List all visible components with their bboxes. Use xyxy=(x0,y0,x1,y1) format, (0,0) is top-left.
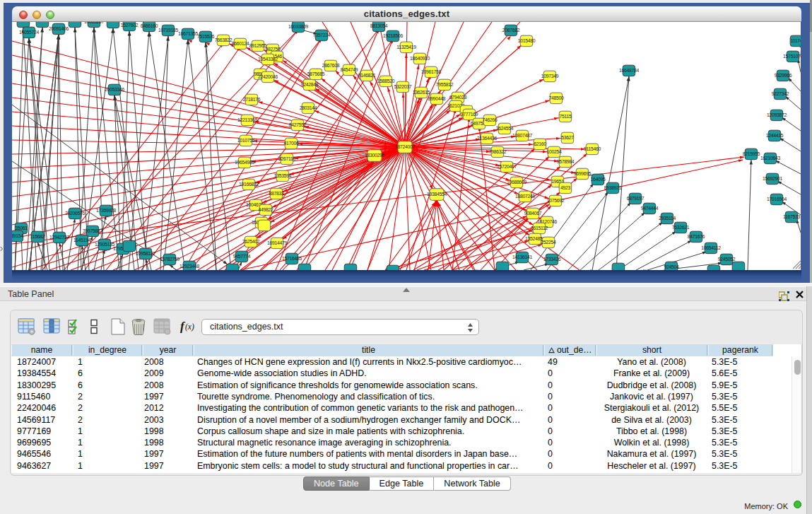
svg-text:9227342: 9227342 xyxy=(772,91,789,96)
svg-text:9329966: 9329966 xyxy=(775,73,792,78)
svg-text:10688609: 10688609 xyxy=(507,180,526,185)
svg-text:9084067: 9084067 xyxy=(524,211,542,216)
svg-text:2718176: 2718176 xyxy=(243,97,261,102)
svg-text:35061: 35061 xyxy=(15,226,28,230)
svg-text:12923448: 12923448 xyxy=(180,264,199,269)
svg-text:7663822: 7663822 xyxy=(215,37,233,42)
svg-text:16033809: 16033809 xyxy=(288,24,308,29)
svg-text:19654985: 19654985 xyxy=(235,160,254,165)
svg-text:2867608: 2867608 xyxy=(322,63,340,68)
svg-text:14055724: 14055724 xyxy=(19,30,39,35)
svg-text:15716485: 15716485 xyxy=(282,256,302,261)
svg-text:8660124: 8660124 xyxy=(232,41,249,46)
svg-text:7986322: 7986322 xyxy=(489,149,507,154)
svg-text:20206576: 20206576 xyxy=(65,211,85,216)
svg-text:15720407: 15720407 xyxy=(497,164,517,169)
svg-text:15692901: 15692901 xyxy=(763,176,782,181)
svg-text:1527602: 1527602 xyxy=(121,23,139,28)
svg-text:39975887: 39975887 xyxy=(83,228,102,233)
svg-text:9474444: 9474444 xyxy=(641,206,659,211)
svg-text:1015480: 1015480 xyxy=(518,38,536,43)
svg-text:9115460: 9115460 xyxy=(584,146,601,151)
svg-text:39154: 39154 xyxy=(12,233,23,238)
svg-text:9146821: 9146821 xyxy=(358,73,376,78)
svg-text:10961758: 10961758 xyxy=(421,69,441,74)
svg-text:1588520: 1588520 xyxy=(377,78,395,83)
svg-text:16671355: 16671355 xyxy=(178,31,198,36)
svg-text:20053346: 20053346 xyxy=(105,87,124,92)
svg-text:1244415: 1244415 xyxy=(766,133,784,138)
svg-text:19218506: 19218506 xyxy=(383,33,403,38)
svg-text:115682: 115682 xyxy=(30,234,45,239)
svg-text:9457774: 9457774 xyxy=(233,254,251,259)
svg-text:7625402: 7625402 xyxy=(242,239,260,244)
svg-text:14136141: 14136141 xyxy=(512,255,532,259)
svg-text:53627: 53627 xyxy=(561,135,574,140)
svg-text:11325419: 11325419 xyxy=(396,45,416,49)
svg-text:20091406: 20091406 xyxy=(49,26,69,31)
svg-text:12093872: 12093872 xyxy=(767,112,787,117)
svg-text:7955812: 7955812 xyxy=(436,82,454,87)
svg-text:3267110: 3267110 xyxy=(278,156,295,161)
svg-text:18640910: 18640910 xyxy=(410,56,430,61)
svg-text:16648784: 16648784 xyxy=(619,68,639,73)
svg-text:6466160: 6466160 xyxy=(141,23,158,28)
svg-text:887833: 887833 xyxy=(269,191,284,196)
svg-text:9777169: 9777169 xyxy=(461,112,478,117)
svg-text:1167533: 1167533 xyxy=(783,214,800,219)
svg-text:19166832: 19166832 xyxy=(239,182,259,187)
svg-text:75115: 75115 xyxy=(560,114,572,119)
svg-text:164095: 164095 xyxy=(591,177,606,182)
svg-text:8454749: 8454749 xyxy=(341,67,358,72)
svg-text:6879197: 6879197 xyxy=(627,196,645,201)
svg-text:22420046: 22420046 xyxy=(258,74,278,79)
svg-text:8912955: 8912955 xyxy=(249,43,267,48)
svg-text:19384554: 19384554 xyxy=(427,192,447,197)
svg-text:1097349: 1097349 xyxy=(541,74,559,78)
svg-text:17016504: 17016504 xyxy=(767,197,787,201)
svg-text:18300295: 18300295 xyxy=(365,153,384,158)
svg-text:5875685: 5875685 xyxy=(307,71,325,76)
svg-text:16914479: 16914479 xyxy=(267,240,287,245)
svg-text:8813054: 8813054 xyxy=(370,23,388,28)
svg-text:417006: 417006 xyxy=(284,141,299,146)
svg-text:8938921: 8938921 xyxy=(604,185,622,190)
svg-text:16210643: 16210643 xyxy=(760,156,780,160)
svg-text:9699695: 9699695 xyxy=(574,171,592,176)
svg-text:100254: 100254 xyxy=(547,149,562,154)
svg-text:1353594: 1353594 xyxy=(274,173,292,178)
svg-text:12213369: 12213369 xyxy=(237,117,257,122)
svg-text:8471676: 8471676 xyxy=(688,234,705,239)
svg-text:12905135: 12905135 xyxy=(95,242,114,247)
svg-text:8215955: 8215955 xyxy=(743,151,760,156)
svg-text:21364436: 21364436 xyxy=(477,136,497,141)
svg-text:748500: 748500 xyxy=(549,95,564,100)
svg-text:62160: 62160 xyxy=(534,141,546,146)
svg-text:16782759: 16782759 xyxy=(160,257,180,262)
svg-text:2803144: 2803144 xyxy=(300,105,317,110)
svg-text:11174: 11174 xyxy=(791,38,801,43)
svg-text:1010755: 1010755 xyxy=(237,138,255,143)
svg-text:1145194: 1145194 xyxy=(73,238,90,243)
svg-text:10654112: 10654112 xyxy=(701,245,721,250)
svg-text:1733426: 1733426 xyxy=(543,257,561,262)
svg-text:18724007: 18724007 xyxy=(395,144,415,149)
svg-text:9578984: 9578984 xyxy=(557,159,575,164)
svg-text:9242848: 9242848 xyxy=(301,82,319,87)
svg-text:17359928: 17359928 xyxy=(96,208,116,213)
svg-text:5322037: 5322037 xyxy=(394,84,412,89)
svg-text:1362615: 1362615 xyxy=(413,90,430,95)
svg-text:6794028: 6794028 xyxy=(449,95,467,100)
svg-text:924504: 924504 xyxy=(664,264,679,269)
svg-text:12942737: 12942737 xyxy=(49,235,69,240)
svg-text:1075692: 1075692 xyxy=(547,198,565,203)
svg-text:8427552: 8427552 xyxy=(289,122,307,127)
svg-text:10958127: 10958127 xyxy=(136,251,155,256)
svg-text:10543382: 10543382 xyxy=(258,57,278,62)
svg-text:746266: 746266 xyxy=(483,117,498,122)
svg-text:10653267: 10653267 xyxy=(84,22,104,24)
svg-text:7357224: 7357224 xyxy=(313,33,331,37)
svg-text:9245052: 9245052 xyxy=(718,257,736,262)
svg-text:2087682: 2087682 xyxy=(502,28,520,33)
svg-text:3624554: 3624554 xyxy=(496,126,514,131)
